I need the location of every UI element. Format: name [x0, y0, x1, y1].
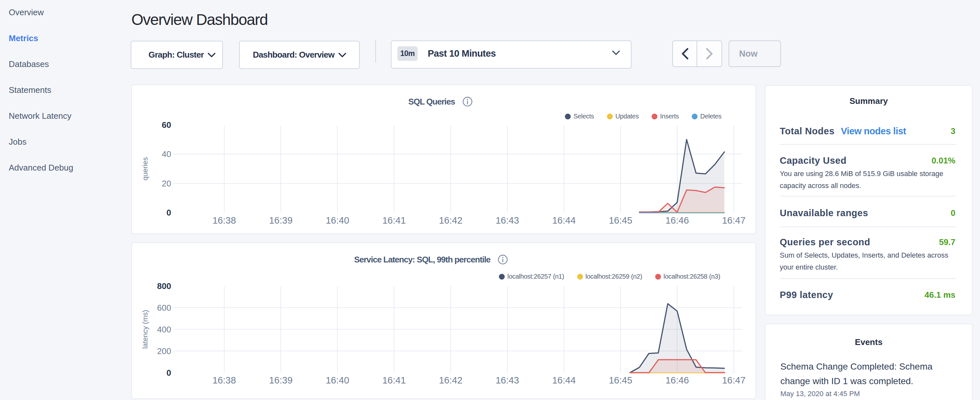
svg-text:16:39: 16:39: [269, 375, 293, 386]
svg-text:16:46: 16:46: [665, 375, 689, 386]
svg-text:16:38: 16:38: [213, 375, 236, 386]
svg-text:16:44: 16:44: [552, 375, 576, 386]
svg-text:16:47: 16:47: [722, 215, 746, 226]
svg-text:60: 60: [162, 120, 171, 130]
svg-text:16:40: 16:40: [326, 215, 349, 226]
svg-text:16:39: 16:39: [269, 215, 293, 226]
svg-text:16:43: 16:43: [496, 375, 519, 386]
svg-text:40: 40: [162, 149, 171, 159]
svg-text:200: 200: [157, 346, 171, 356]
svg-text:16:45: 16:45: [609, 215, 633, 226]
svg-text:600: 600: [157, 303, 171, 312]
svg-text:16:38: 16:38: [213, 215, 236, 226]
svg-text:queries: queries: [141, 157, 149, 180]
svg-text:16:44: 16:44: [552, 215, 576, 226]
svg-text:16:47: 16:47: [722, 375, 746, 386]
svg-text:0: 0: [167, 368, 171, 378]
svg-text:16:42: 16:42: [439, 375, 463, 386]
svg-text:16:43: 16:43: [496, 215, 519, 226]
svg-text:400: 400: [157, 325, 171, 334]
svg-text:0: 0: [167, 208, 171, 217]
svg-text:latency (ms): latency (ms): [141, 310, 149, 349]
svg-text:800: 800: [157, 281, 171, 291]
svg-text:16:41: 16:41: [382, 215, 406, 226]
svg-text:16:46: 16:46: [665, 215, 689, 226]
svg-text:16:41: 16:41: [382, 375, 406, 386]
svg-text:16:42: 16:42: [439, 215, 463, 226]
svg-text:16:40: 16:40: [326, 375, 349, 386]
svg-text:16:45: 16:45: [609, 375, 633, 386]
svg-text:20: 20: [162, 178, 171, 188]
